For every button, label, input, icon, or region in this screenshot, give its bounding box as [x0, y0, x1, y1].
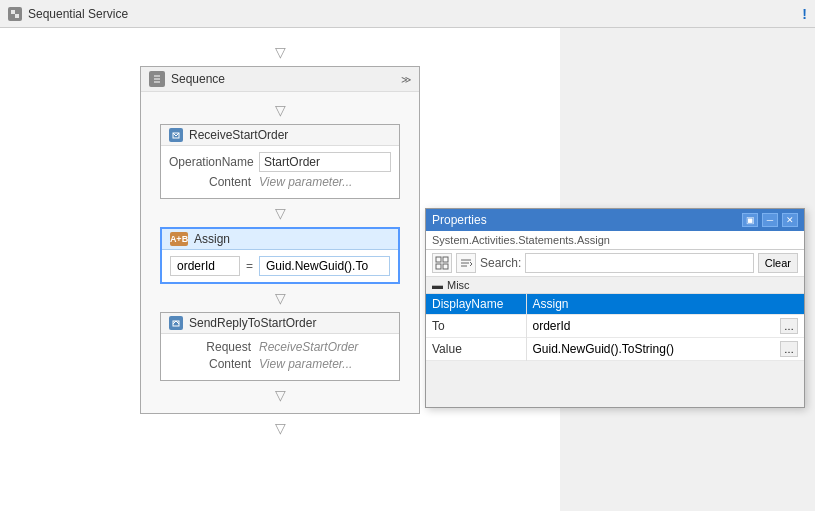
activity-receive-body: OperationName StartOrder Content View pa… [161, 146, 399, 198]
activity-receive[interactable]: ReceiveStartOrder OperationName StartOrd… [160, 124, 400, 199]
prop-value-value: Guid.NewGuid().ToString() [533, 342, 674, 356]
field-operationname-value: StartOrder [259, 152, 391, 172]
arrow-connector-1: ▽ [275, 96, 286, 124]
properties-panel: Properties ▣ ─ ✕ System.Activities.State… [425, 208, 805, 408]
props-pin-button[interactable]: ▣ [742, 213, 758, 227]
warning-icon: ! [802, 6, 807, 22]
props-section-misc-label: Misc [447, 279, 470, 291]
props-clear-button[interactable]: Clear [758, 253, 798, 273]
props-table: DisplayName Assign To orderId … Value [426, 294, 804, 361]
assign-left-value: orderId [170, 256, 240, 276]
assign-equals: = [246, 259, 253, 273]
prop-displayname-name: DisplayName [426, 294, 526, 315]
prop-value-value-cell: Guid.NewGuid().ToString() … [526, 338, 804, 361]
prop-value-name: Value [426, 338, 526, 361]
props-controls: ▣ ─ ✕ [742, 213, 798, 227]
activity-assign-body: orderId = Guid.NewGuid().To [162, 250, 398, 282]
props-body: ▬ Misc DisplayName Assign To orderId … [426, 277, 804, 361]
prop-displayname-value: Assign [533, 297, 569, 311]
activity-sendreply[interactable]: SendReplyToStartOrder Request ReceiveSta… [160, 312, 400, 381]
activity-sendreply-body: Request ReceiveStartOrder Content View p… [161, 334, 399, 380]
svg-rect-1 [15, 14, 19, 18]
props-title: Properties [432, 213, 487, 227]
field-content-receive: Content View parameter... [169, 175, 391, 189]
props-toolbar: Search: Clear [426, 250, 804, 277]
activity-assign-header: A+B Assign [162, 229, 398, 250]
props-section-misc: ▬ Misc [426, 277, 804, 294]
activity-receive-label: ReceiveStartOrder [189, 128, 288, 142]
field-content-receive-value[interactable]: View parameter... [259, 175, 352, 189]
field-operationname: OperationName StartOrder [169, 152, 391, 172]
field-content-receive-label: Content [169, 175, 259, 189]
svg-rect-9 [436, 264, 441, 269]
props-search-label: Search: [480, 256, 521, 270]
expand-icon[interactable]: ≫ [401, 74, 411, 85]
sequence-title: Sequence [149, 71, 225, 87]
activity-sendreply-label: SendReplyToStartOrder [189, 316, 316, 330]
props-collapse-icon[interactable]: ▬ [432, 279, 443, 291]
prop-value-browse-button[interactable]: … [780, 341, 798, 357]
arrow-connector-2: ▽ [275, 199, 286, 227]
prop-to-value: orderId [533, 319, 571, 333]
prop-to-name: To [426, 315, 526, 338]
activity-receive-header: ReceiveStartOrder [161, 125, 399, 146]
activity-assign-label: Assign [194, 232, 230, 246]
field-operationname-label: OperationName [169, 155, 259, 169]
props-row-displayname[interactable]: DisplayName Assign [426, 294, 804, 315]
assign-icon: A+B [170, 232, 188, 246]
app-icon [8, 7, 22, 21]
prop-to-value-cell: orderId … [526, 315, 804, 338]
props-sort-icon[interactable] [456, 253, 476, 273]
svg-rect-10 [443, 264, 448, 269]
props-titlebar: Properties ▣ ─ ✕ [426, 209, 804, 231]
sequence-icon [149, 71, 165, 87]
field-request: Request ReceiveStartOrder [169, 340, 391, 354]
activity-sendreply-header: SendReplyToStartOrder [161, 313, 399, 334]
sequence-header: Sequence ≫ [141, 67, 419, 92]
field-request-label: Request [169, 340, 259, 354]
field-content-send: Content View parameter... [169, 357, 391, 371]
props-row-value[interactable]: Value Guid.NewGuid().ToString() … [426, 338, 804, 361]
prop-displayname-value-cell: Assign [526, 294, 804, 315]
svg-rect-0 [11, 10, 15, 14]
props-categorize-icon[interactable] [432, 253, 452, 273]
props-search-input[interactable] [525, 253, 753, 273]
sequence-body: ▽ ReceiveStartOrder [141, 92, 419, 413]
app-title: Sequential Service [28, 7, 128, 21]
arrow-connector-3: ▽ [275, 284, 286, 312]
field-content-send-value[interactable]: View parameter... [259, 357, 352, 371]
sendreply-icon [169, 316, 183, 330]
svg-rect-7 [436, 257, 441, 262]
arrow-connector-final: ▽ [275, 414, 286, 442]
arrow-connector-bottom: ▽ [275, 381, 286, 409]
props-subtitle: System.Activities.Statements.Assign [426, 231, 804, 250]
arrow-connector-top: ▽ [275, 38, 286, 66]
props-minimize-button[interactable]: ─ [762, 213, 778, 227]
activity-assign[interactable]: A+B Assign orderId = Guid.NewGuid().To [160, 227, 400, 284]
field-request-value[interactable]: ReceiveStartOrder [259, 340, 358, 354]
title-bar: Sequential Service ! [0, 0, 815, 28]
props-row-to[interactable]: To orderId … [426, 315, 804, 338]
receive-icon [169, 128, 183, 142]
svg-rect-8 [443, 257, 448, 262]
sequence-label: Sequence [171, 72, 225, 86]
assign-right-value: Guid.NewGuid().To [259, 256, 390, 276]
prop-to-browse-button[interactable]: … [780, 318, 798, 334]
sequence-container[interactable]: Sequence ≫ ▽ Recei [140, 66, 420, 414]
props-close-button[interactable]: ✕ [782, 213, 798, 227]
field-content-send-label: Content [169, 357, 259, 371]
